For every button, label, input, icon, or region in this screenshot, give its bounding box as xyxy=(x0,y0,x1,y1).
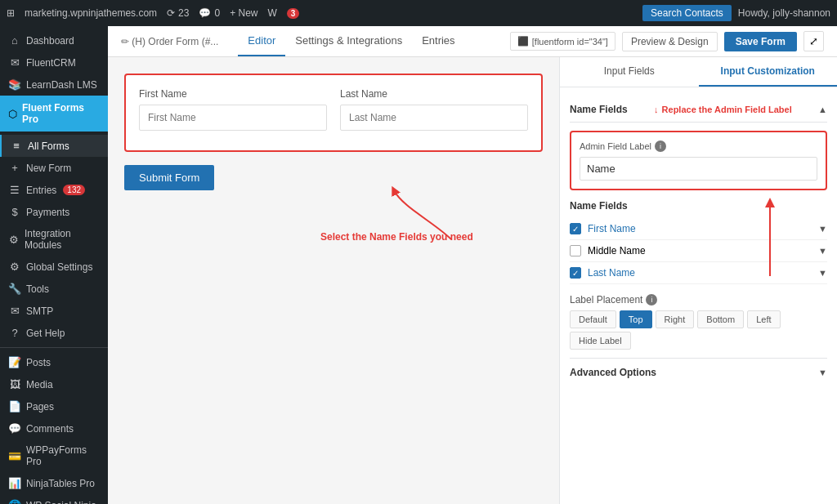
sub-tabs: Editor Settings & Integrations Entries xyxy=(238,26,464,56)
sidebar-item-comments[interactable]: 💬 Comments xyxy=(0,417,108,439)
updates-count[interactable]: ⟳ 23 xyxy=(167,7,189,19)
search-contacts-button[interactable]: Search Contacts xyxy=(642,5,732,21)
dashboard-icon: ⌂ xyxy=(8,34,21,47)
advanced-chevron: ▼ xyxy=(818,368,827,377)
last-name-text: Last Name xyxy=(588,267,635,279)
global-settings-icon: ⚙ xyxy=(8,261,21,273)
middle-name-checkbox[interactable] xyxy=(570,245,581,256)
last-name-input[interactable] xyxy=(340,105,528,131)
help-icon: ? xyxy=(8,327,21,339)
tab-editor[interactable]: Editor xyxy=(238,26,285,56)
section-chevron[interactable]: ▲ xyxy=(818,105,827,114)
middle-name-chevron[interactable]: ▼ xyxy=(818,246,827,256)
advanced-options-label: Advanced Options xyxy=(570,367,656,378)
label-placement-info-icon[interactable]: i xyxy=(646,294,657,306)
admin-field-input[interactable] xyxy=(580,157,817,181)
updates-icon: ⟳ xyxy=(167,7,175,19)
placement-hide-label[interactable]: Hide Label xyxy=(570,332,631,350)
comments-icon: 💬 xyxy=(8,422,21,435)
section-header: Name Fields ↓ Replace the Admin Field La… xyxy=(570,97,827,123)
sidebar-item-media[interactable]: 🖼 Media xyxy=(0,373,108,395)
advanced-options[interactable]: Advanced Options ▼ xyxy=(570,358,827,386)
sidebar-item-new-form[interactable]: + New Form xyxy=(0,157,108,179)
admin-bar: ⊞ marketing.wpninjathemes.com ⟳ 23 💬 0 +… xyxy=(0,0,837,26)
site-name[interactable]: marketing.wpninjathemes.com xyxy=(25,7,157,19)
plugin-icon: W xyxy=(267,7,276,19)
media-icon: 🖼 xyxy=(8,378,21,390)
submit-button[interactable]: Submit Form xyxy=(124,165,214,190)
breadcrumb-icon: ✏ xyxy=(121,36,129,47)
payments-icon: $ xyxy=(8,206,21,218)
admin-field-box: Admin Field Label i xyxy=(570,131,827,190)
last-name-checkbox[interactable] xyxy=(570,267,581,279)
integration-icon: ⚙ xyxy=(8,234,20,246)
brand-label: Fluent Forms Pro xyxy=(22,102,100,125)
first-name-left: First Name xyxy=(570,223,636,234)
placement-buttons: Default Top Right Bottom Left Hide Label xyxy=(570,310,827,350)
main-wrapper: ⌂ Dashboard ✉ FluentCRM 📚 LearnDash LMS … xyxy=(0,26,837,504)
middle-name-row: Middle Name ▼ xyxy=(570,240,827,262)
sidebar-item-integration-modules[interactable]: ⚙ Integration Modules xyxy=(0,223,108,256)
sidebar-item-all-forms[interactable]: ≡ All Forms xyxy=(0,135,108,157)
tools-icon: 🔧 xyxy=(8,283,21,295)
first-name-row: First Name ▼ xyxy=(570,218,827,240)
sidebar-item-entries[interactable]: ☰ Entries 132 xyxy=(0,179,108,201)
comment-icon: 💬 xyxy=(199,7,211,19)
sidebar-item-wp-social-ninja[interactable]: 🌐 WP Social Ninja xyxy=(0,494,108,504)
fullscreen-button[interactable]: ⤢ xyxy=(803,31,824,51)
sidebar-item-learndash[interactable]: 📚 LearnDash LMS xyxy=(0,74,108,96)
tab-input-fields[interactable]: Input Fields xyxy=(560,57,699,87)
social-ninja-icon: 🌐 xyxy=(8,499,21,504)
preview-button[interactable]: Preview & Design xyxy=(622,32,718,51)
placement-left[interactable]: Left xyxy=(747,310,780,328)
sidebar-item-posts[interactable]: 📝 Posts xyxy=(0,351,108,373)
placement-top[interactable]: Top xyxy=(620,310,652,328)
first-name-chevron[interactable]: ▼ xyxy=(818,224,827,234)
plugin-badge: 3 xyxy=(287,8,300,19)
placement-right[interactable]: Right xyxy=(656,310,695,328)
last-name-field: Last Name xyxy=(340,88,528,131)
tab-settings[interactable]: Settings & Integrations xyxy=(285,26,412,56)
last-name-row: Last Name ▼ xyxy=(570,262,827,284)
sidebar-item-ninjatables[interactable]: 📊 NinjaTables Pro xyxy=(0,472,108,494)
new-item[interactable]: + New xyxy=(230,7,257,19)
placement-default[interactable]: Default xyxy=(570,310,616,328)
first-name-checkbox[interactable] xyxy=(570,223,581,234)
right-panel: Input Fields Input Customization Name Fi… xyxy=(559,57,837,504)
sidebar-item-get-help[interactable]: ? Get Help xyxy=(0,322,108,344)
save-form-button[interactable]: Save Form xyxy=(724,32,797,51)
sidebar-item-fluentcrm[interactable]: ✉ FluentCRM xyxy=(0,51,108,74)
content-area: ✏ (H) Order Form (#... Editor Settings &… xyxy=(108,26,837,504)
first-name-input[interactable] xyxy=(139,105,327,131)
sidebar-brand[interactable]: ⬡ Fluent Forms Pro xyxy=(0,96,108,132)
comments-count[interactable]: 💬 0 xyxy=(199,7,220,19)
panel-content: Name Fields ↓ Replace the Admin Field La… xyxy=(560,87,837,504)
sidebar-item-global-settings[interactable]: ⚙ Global Settings xyxy=(0,256,108,278)
sidebar-item-pages[interactable]: 📄 Pages xyxy=(0,395,108,417)
tab-input-customization[interactable]: Input Customization xyxy=(699,57,838,87)
last-name-chevron[interactable]: ▼ xyxy=(818,268,827,278)
shortcode-button[interactable]: ⬛ [fluentform id="34"] xyxy=(510,32,615,51)
shortcode-icon: ⬛ xyxy=(517,36,529,47)
placement-bottom[interactable]: Bottom xyxy=(697,310,744,328)
section-title: Name Fields xyxy=(570,104,628,115)
name-fields-section-label: Name Fields xyxy=(570,200,827,212)
replace-label: ↓ Replace the Admin Field Label xyxy=(654,105,792,114)
pages-icon: 📄 xyxy=(8,400,21,413)
learndash-icon: 📚 xyxy=(8,78,21,91)
wp-logo: ⊞ xyxy=(7,7,15,19)
instruction-arrow xyxy=(386,182,468,248)
tab-entries[interactable]: Entries xyxy=(412,26,464,56)
new-form-icon: + xyxy=(8,162,21,174)
admin-field-info-icon[interactable]: i xyxy=(655,140,666,152)
sidebar: ⌂ Dashboard ✉ FluentCRM 📚 LearnDash LMS … xyxy=(0,26,108,504)
all-forms-icon: ≡ xyxy=(10,140,23,152)
sidebar-item-tools[interactable]: 🔧 Tools xyxy=(0,278,108,300)
entries-badge: 132 xyxy=(63,185,85,195)
sidebar-item-wpayforms[interactable]: 💳 WPPayForms Pro xyxy=(0,439,108,472)
entries-icon: ☰ xyxy=(8,184,21,196)
sidebar-item-dashboard[interactable]: ⌂ Dashboard xyxy=(0,29,108,51)
sidebar-item-smtp[interactable]: ✉ SMTP xyxy=(0,300,108,322)
sidebar-item-payments[interactable]: $ Payments xyxy=(0,201,108,223)
panel-tabs: Input Fields Input Customization xyxy=(560,57,837,87)
